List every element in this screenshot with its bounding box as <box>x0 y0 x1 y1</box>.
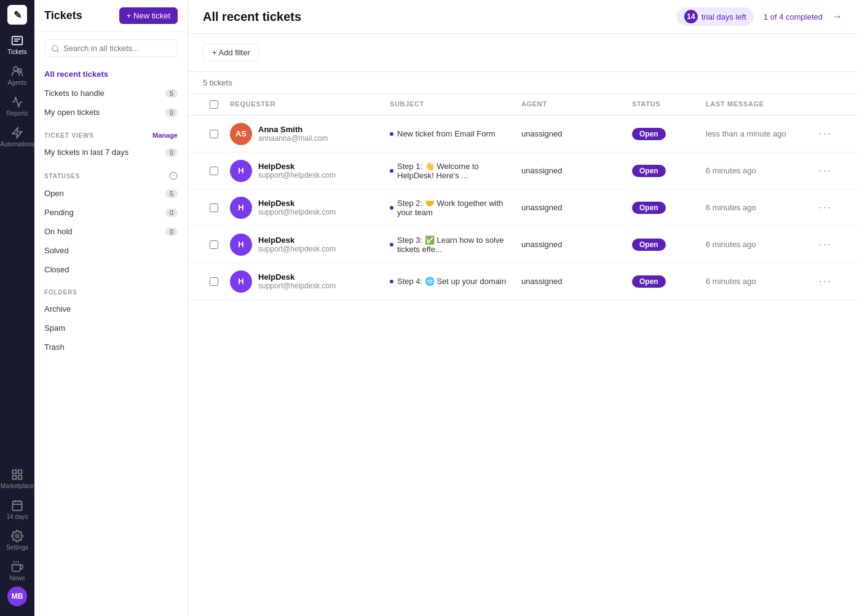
row-status: Open <box>627 195 701 220</box>
sidebar-item-on-hold[interactable]: On hold 0 <box>39 222 183 241</box>
more-actions-button[interactable]: ··· <box>816 272 834 290</box>
subject-text: Step 2: 🤝 Work together with your team <box>397 199 511 217</box>
row-actions: ··· <box>812 266 842 296</box>
search-wrap <box>44 39 178 57</box>
row-actions: ··· <box>812 229 842 259</box>
subject-dot <box>390 132 393 136</box>
nav-item-tickets[interactable]: Tickets <box>0 30 34 60</box>
svg-point-4 <box>18 69 22 72</box>
nav-item-settings[interactable]: Settings <box>0 525 34 556</box>
info-icon <box>169 172 178 180</box>
sidebar-item-solved[interactable]: Solved <box>39 241 183 260</box>
requester-name: HelpDesk <box>258 272 336 282</box>
col-header-requester: REQUESTER <box>225 94 385 115</box>
requester-info: HelpDesk support@helpdesk.com <box>258 162 336 180</box>
row-subject[interactable]: Step 2: 🤝 Work together with your team <box>385 192 516 223</box>
ticket-views-label: TICKET VIEWS Manage <box>34 122 188 143</box>
arrow-right-icon[interactable]: → <box>832 11 842 22</box>
status-badge: Open <box>632 165 666 177</box>
sidebar-item-trash[interactable]: Trash <box>39 338 183 357</box>
sidebar-item-pending[interactable]: Pending 0 <box>39 203 183 222</box>
tickets-table: REQUESTER SUBJECT AGENT STATUS LAST MESS… <box>188 94 857 616</box>
requester-name: HelpDesk <box>258 235 336 245</box>
more-actions-button[interactable]: ··· <box>816 199 834 216</box>
row-subject[interactable]: Step 1: 👋 Welcome to HelpDesk! Here's ..… <box>385 156 516 186</box>
col-header-last-message: LAST MESSAGE <box>701 94 812 115</box>
nav-item-news[interactable]: News <box>0 556 34 586</box>
sidebar: Tickets + New ticket All recent tickets … <box>34 0 188 616</box>
row-requester[interactable]: H HelpDesk support@helpdesk.com <box>225 227 385 262</box>
row-actions: ··· <box>812 119 842 149</box>
svg-marker-5 <box>13 128 22 138</box>
row-requester[interactable]: H HelpDesk support@helpdesk.com <box>225 264 385 299</box>
app-logo[interactable]: ✎ <box>7 5 27 25</box>
add-filter-button[interactable]: + Add filter <box>203 44 259 61</box>
nav-item-agents[interactable]: Agents <box>0 60 34 91</box>
row-last-message: 6 minutes ago <box>701 234 812 255</box>
sidebar-item-open[interactable]: Open 5 <box>39 184 183 203</box>
table-row: H HelpDesk support@helpdesk.com Step 2: … <box>188 189 857 226</box>
requester-avatar: AS <box>230 123 252 145</box>
more-actions-button[interactable]: ··· <box>816 125 834 143</box>
sidebar-item-my-tickets-last-7[interactable]: My tickets in last 7 days 0 <box>39 143 183 162</box>
nav-item-reports[interactable]: Reports <box>0 91 34 122</box>
table-row: AS Anna Smith annaanna@mail.com New tick… <box>188 116 857 152</box>
subject-text: Step 1: 👋 Welcome to HelpDesk! Here's ..… <box>397 162 511 180</box>
table-row: H HelpDesk support@helpdesk.com Step 4: … <box>188 263 857 300</box>
requester-info: HelpDesk support@helpdesk.com <box>258 235 336 253</box>
row-subject[interactable]: Step 4: 🌐 Set up your domain <box>385 270 516 292</box>
on-hold-badge: 0 <box>165 227 178 236</box>
svg-rect-10 <box>13 501 22 510</box>
nav-bar: ✎ Tickets Agents Reports Automations <box>0 0 34 616</box>
svg-point-3 <box>14 67 18 71</box>
select-all-checkbox[interactable] <box>210 100 218 109</box>
row-actions: ··· <box>812 156 842 186</box>
status-badge: Open <box>632 275 666 288</box>
row-checkbox[interactable] <box>210 203 218 212</box>
more-actions-button[interactable]: ··· <box>816 162 834 180</box>
more-actions-button[interactable]: ··· <box>816 235 834 253</box>
row-agent: unassigned <box>516 160 627 181</box>
requester-email: support@helpdesk.com <box>258 171 336 180</box>
ticket-views-nav: My tickets in last 7 days 0 <box>34 143 188 162</box>
subject-dot <box>390 169 393 173</box>
row-last-message: 6 minutes ago <box>701 197 812 218</box>
row-requester[interactable]: H HelpDesk support@helpdesk.com <box>225 154 385 188</box>
sidebar-item-all-recent[interactable]: All recent tickets <box>39 65 183 84</box>
row-requester[interactable]: AS Anna Smith annaanna@mail.com <box>225 117 385 151</box>
sidebar-item-closed[interactable]: Closed <box>39 260 183 279</box>
col-header-status: STATUS <box>627 94 701 115</box>
search-input[interactable] <box>63 44 171 53</box>
requester-avatar: H <box>230 234 252 256</box>
sidebar-item-spam[interactable]: Spam <box>39 318 183 338</box>
svg-rect-6 <box>13 470 17 474</box>
svg-rect-7 <box>18 470 22 474</box>
row-requester[interactable]: H HelpDesk support@helpdesk.com <box>225 191 385 225</box>
new-ticket-button[interactable]: + New ticket <box>119 7 178 24</box>
row-agent: unassigned <box>516 234 627 255</box>
row-checkbox[interactable] <box>210 277 218 286</box>
row-checkbox[interactable] <box>210 167 218 175</box>
requester-email: support@helpdesk.com <box>258 208 336 216</box>
requester-avatar: H <box>230 197 252 219</box>
nav-item-automations[interactable]: Automations <box>0 122 34 152</box>
requester-email: annaanna@mail.com <box>258 134 328 143</box>
sidebar-item-my-open-tickets[interactable]: My open tickets 0 <box>39 103 183 122</box>
completed-text: 1 of 4 completed <box>764 12 823 22</box>
row-subject[interactable]: Step 3: ✅ Learn how to solve tickets eff… <box>385 229 516 260</box>
nav-item-marketplace[interactable]: Marketplace <box>0 464 34 494</box>
sidebar-item-archive[interactable]: Archive <box>39 299 183 318</box>
manage-link[interactable]: Manage <box>152 132 178 139</box>
requester-name: HelpDesk <box>258 162 336 171</box>
sidebar-item-tickets-to-handle[interactable]: Tickets to handle 5 <box>39 84 183 103</box>
status-badge: Open <box>632 128 666 140</box>
col-header-actions <box>812 94 842 115</box>
nav-item-14days[interactable]: 14 days <box>0 494 34 525</box>
row-checkbox[interactable] <box>210 130 218 138</box>
user-avatar[interactable]: MB <box>7 586 27 606</box>
folders-nav: Archive Spam Trash <box>34 299 188 357</box>
svg-point-18 <box>52 45 58 50</box>
col-header-checkbox <box>203 94 225 115</box>
row-subject[interactable]: New ticket from Email Form <box>385 123 516 144</box>
row-checkbox[interactable] <box>210 240 218 249</box>
